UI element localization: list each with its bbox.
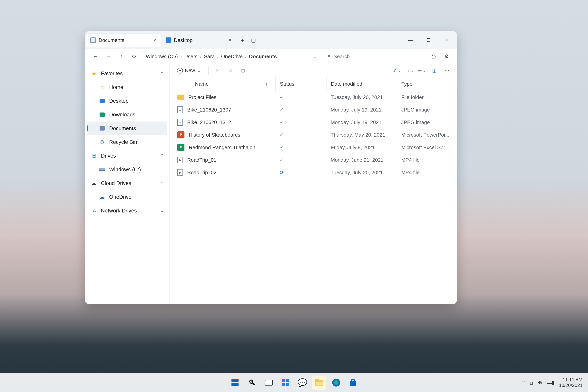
address-bar[interactable]: Windows (C:\)› Users› Sara› OneDrive› Do… bbox=[142, 51, 322, 62]
sidebar-item-label: Documents bbox=[109, 126, 136, 132]
sidebar-section-cloud-drives[interactable]: ☁ Cloud Drives ⌃ bbox=[87, 176, 168, 190]
forward-button[interactable]: → bbox=[103, 51, 114, 62]
sidebar-item-windows-c[interactable]: Windows (C:) bbox=[87, 163, 168, 176]
sidebar-section-label: Drives bbox=[101, 153, 116, 159]
back-button[interactable]: ← bbox=[90, 51, 101, 62]
clock[interactable]: 11:11 AM 10/20/2021 bbox=[559, 377, 582, 388]
sidebar-item-documents[interactable]: Documents bbox=[87, 122, 168, 135]
start-button[interactable] bbox=[228, 376, 242, 390]
file-date: Friday, July 9, 2021 bbox=[326, 144, 397, 150]
edge-button[interactable] bbox=[329, 376, 343, 390]
taskbar[interactable]: 🔍︎ 💬 ⌃ ⩍ 🔊︎ ▬▮ 11:11 AM 10/20/2021 bbox=[0, 373, 588, 392]
disk-icon bbox=[99, 166, 105, 173]
battery-icon[interactable]: ▬▮ bbox=[547, 380, 554, 385]
file-type: Microsoft PowerPoi... bbox=[397, 132, 457, 138]
table-row[interactable]: ▲Bike_210620_1307✓Monday, July 19, 2021J… bbox=[170, 104, 457, 116]
volume-icon[interactable]: 🔊︎ bbox=[538, 380, 542, 385]
new-button[interactable]: + New ⌄ bbox=[174, 66, 204, 75]
close-window-button[interactable]: ✕ bbox=[438, 34, 456, 46]
up-button[interactable]: ↑ bbox=[116, 51, 127, 62]
tab-overview-button[interactable]: ▢ bbox=[248, 35, 259, 46]
sidebar-item-onedrive[interactable]: ☁ OneDrive bbox=[87, 190, 168, 204]
file-name: Bike_210620_1307 bbox=[187, 107, 231, 113]
sidebar-section-favorites[interactable]: ★ Favorites ⌃ bbox=[87, 67, 168, 80]
table-row[interactable]: ▲Bike_210620_1312✓Monday, July 19, 2021J… bbox=[170, 116, 457, 128]
tab-documents[interactable]: Documents ✕ bbox=[86, 34, 161, 47]
file-name: History of Skateboards bbox=[189, 132, 240, 138]
tray-chevron-icon[interactable]: ⌃ bbox=[522, 380, 526, 385]
chevron-up-icon[interactable]: ⌃ bbox=[160, 153, 164, 158]
task-view-button[interactable] bbox=[262, 376, 276, 390]
main-pane: + New ⌄ ✂ ⧉ 📋︎ ⇪⌄ ↑↓⌄ ☰⌄ ◫ ⋯ Name↑ Statu… bbox=[170, 64, 457, 304]
chevron-down-icon[interactable]: ⌄ bbox=[160, 208, 164, 213]
chevron-up-icon[interactable]: ⌃ bbox=[160, 181, 164, 186]
search-input[interactable] bbox=[334, 54, 422, 60]
details-pane-button[interactable]: ◫ bbox=[429, 66, 440, 75]
table-header: Name↑ Status Date modified Type bbox=[170, 77, 457, 91]
file-icon: ▲ bbox=[178, 106, 183, 113]
column-type[interactable]: Type bbox=[397, 77, 457, 91]
column-date[interactable]: Date modified bbox=[326, 77, 397, 91]
sidebar-item-desktop[interactable]: Desktop bbox=[87, 94, 168, 108]
sidebar-item-label: Home bbox=[109, 84, 123, 90]
svg-point-14 bbox=[332, 379, 340, 386]
new-tab-button[interactable]: ＋ bbox=[237, 35, 248, 46]
column-name[interactable]: Name↑ bbox=[178, 77, 276, 91]
maximize-button[interactable]: ☐ bbox=[420, 34, 438, 46]
chevron-up-icon[interactable]: ⌃ bbox=[160, 71, 164, 76]
store-button[interactable] bbox=[346, 376, 360, 390]
paste-button[interactable]: 📋︎ bbox=[238, 66, 248, 75]
widgets-button[interactable] bbox=[278, 376, 293, 390]
star-icon: ★ bbox=[91, 70, 97, 77]
table-row[interactable]: Project Files✓Tuesday, July 20, 2021File… bbox=[170, 91, 457, 104]
copy-button[interactable]: ⧉ bbox=[226, 66, 236, 75]
close-tab-icon[interactable]: ✕ bbox=[228, 38, 232, 42]
cloud-icon: ☁ bbox=[91, 180, 97, 186]
sync-status-icon[interactable]: ◌ bbox=[428, 51, 439, 62]
file-status: ✓ bbox=[276, 132, 326, 138]
view-button[interactable]: ☰⌄ bbox=[417, 66, 427, 75]
breadcrumb-segment[interactable]: Sara bbox=[203, 53, 216, 60]
document-icon bbox=[90, 38, 96, 43]
column-status[interactable]: Status bbox=[276, 77, 326, 91]
table-row[interactable]: XRedmond Rangers Triathalon✓Friday, July… bbox=[170, 141, 457, 154]
file-explorer-button[interactable] bbox=[312, 376, 326, 390]
sidebar-section-drives[interactable]: 🖥 Drives ⌃ bbox=[87, 149, 168, 163]
settings-icon[interactable]: ⚙ bbox=[441, 51, 452, 62]
minimize-button[interactable]: ― bbox=[402, 34, 420, 46]
sidebar-section-network-drives[interactable]: 🖧 Network Drives ⌄ bbox=[87, 204, 168, 218]
file-icon: ▶ bbox=[178, 169, 183, 176]
sort-button[interactable]: ↑↓⌄ bbox=[404, 66, 414, 75]
close-tab-icon[interactable]: ✕ bbox=[152, 38, 157, 42]
chevron-right-icon: › bbox=[245, 54, 247, 60]
cut-button[interactable]: ✂ bbox=[213, 66, 223, 75]
tab-desktop[interactable]: Desktop ✕ bbox=[162, 34, 236, 47]
taskbar-right: ⌃ ⩍ 🔊︎ ▬▮ 11:11 AM 10/20/2021 bbox=[522, 377, 582, 388]
sidebar-item-label: Downloads bbox=[109, 112, 136, 118]
sidebar-item-downloads[interactable]: Downloads bbox=[87, 108, 168, 122]
sidebar-item-recycle-bin[interactable]: ♻ Recycle Bin bbox=[87, 135, 168, 149]
wifi-icon[interactable]: ⩍ bbox=[530, 380, 533, 386]
share-button[interactable]: ⇪⌄ bbox=[392, 66, 402, 75]
breadcrumb-segment[interactable]: Users bbox=[184, 53, 198, 60]
file-icon: X bbox=[178, 144, 184, 151]
address-dropdown-icon[interactable]: ⌄ bbox=[312, 54, 319, 60]
more-button[interactable]: ⋯ bbox=[442, 66, 452, 75]
search-button[interactable]: 🔍︎ bbox=[245, 376, 259, 390]
breadcrumb-current[interactable]: Documents bbox=[248, 53, 278, 60]
file-type: MP4 file bbox=[397, 157, 457, 163]
table-row[interactable]: ▶RoadTrip_01✓Monday, June 21, 2021MP4 fi… bbox=[170, 154, 457, 166]
file-name: RoadTrip_02 bbox=[187, 170, 216, 176]
sidebar-item-home[interactable]: ⌂ Home bbox=[87, 80, 168, 94]
breadcrumb-segment[interactable]: Windows (C:\) bbox=[145, 53, 178, 60]
chat-button[interactable]: 💬 bbox=[295, 376, 310, 390]
refresh-button[interactable]: ⟳ bbox=[129, 51, 140, 62]
svg-rect-2 bbox=[232, 383, 234, 386]
table-row[interactable]: PHistory of Skateboards✓Thursday, May 20… bbox=[170, 128, 457, 141]
file-date: Monday, June 21, 2021 bbox=[326, 157, 397, 163]
recycle-icon: ♻ bbox=[99, 139, 105, 145]
nav-row: ← → ↑ ⟳ Windows (C:\)› Users› Sara› OneD… bbox=[85, 49, 457, 64]
search-box[interactable]: 🔍︎ bbox=[324, 51, 426, 62]
breadcrumb-segment[interactable]: OneDrive bbox=[220, 53, 244, 60]
table-row[interactable]: ▶RoadTrip_02⟳Tuesday, July 20, 2021MP4 f… bbox=[170, 166, 457, 179]
